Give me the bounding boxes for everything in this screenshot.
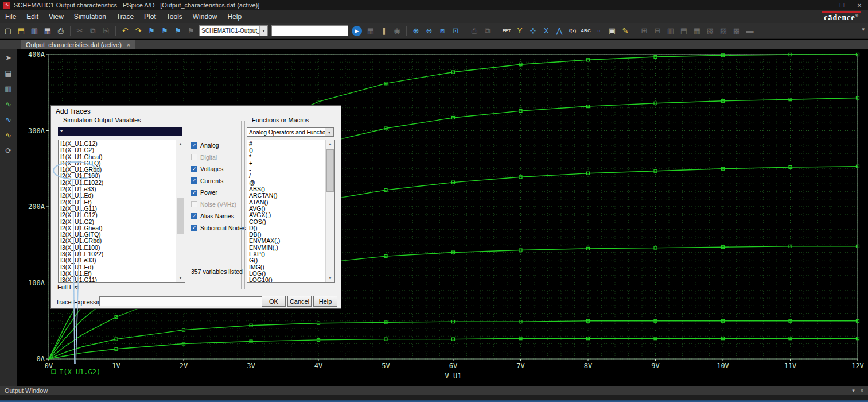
save-results[interactable]: ▦ xyxy=(364,25,377,37)
function-item[interactable]: / xyxy=(247,173,326,179)
scroll-up-icon[interactable]: ▲ xyxy=(326,140,334,148)
ok-button[interactable]: OK xyxy=(262,296,286,307)
scrollbar-thumb[interactable] xyxy=(326,149,334,192)
checkbox[interactable] xyxy=(191,190,197,196)
functions-scrollbar[interactable]: ▲ ▼ xyxy=(325,140,334,282)
cancel-button[interactable]: Cancel xyxy=(287,296,312,307)
pointer[interactable]: ➤ xyxy=(2,51,15,64)
power-marker[interactable]: ⚑ xyxy=(185,25,197,37)
simulation-profile-combo[interactable]: SCHEMATIC1-Output_chara ▼ xyxy=(199,25,268,36)
fft[interactable]: FFT xyxy=(500,25,513,37)
close-icon[interactable]: × xyxy=(861,388,863,393)
chevron-down-icon[interactable]: ▼ xyxy=(325,128,333,136)
function-item[interactable]: LOG10() xyxy=(247,277,326,282)
variable-item[interactable]: I2(X_U1.Ed) xyxy=(59,192,176,199)
voltage-diff-marker[interactable]: ⚑ xyxy=(158,25,171,37)
full-list-label[interactable]: Full List xyxy=(57,284,79,291)
menu-item[interactable]: Trace xyxy=(111,10,139,23)
pause-simulation[interactable]: ∥ xyxy=(377,25,390,37)
toolbar-overflow-icon[interactable]: ▾ xyxy=(862,26,865,32)
append-file[interactable]: ▥ xyxy=(28,25,41,37)
unsync-plot[interactable]: ▦ xyxy=(691,25,703,37)
label-text[interactable]: ABC xyxy=(579,25,592,37)
output-file[interactable]: ▥ xyxy=(2,82,15,95)
eval-function[interactable]: f(x) xyxy=(566,25,579,37)
variable-item[interactable]: I3(X_U1.e33) xyxy=(59,257,176,264)
collapse-icon[interactable]: ▾ xyxy=(852,388,855,393)
cursor-x[interactable]: X xyxy=(540,25,552,37)
copy-plot[interactable]: ⧉ xyxy=(481,25,494,37)
variable-filter-input[interactable]: * xyxy=(58,127,182,136)
checkbox[interactable] xyxy=(191,154,197,160)
delete-plot[interactable]: ⊟ xyxy=(651,25,664,37)
cut[interactable]: ✂ xyxy=(73,25,86,37)
tab-close-icon[interactable]: × xyxy=(127,42,130,48)
scroll-up-icon[interactable]: ▲ xyxy=(176,140,185,148)
checkbox-row[interactable]: Analog xyxy=(191,142,240,149)
function-item[interactable]: AVGX(,) xyxy=(247,212,326,218)
current-marker[interactable]: ⚑ xyxy=(172,25,184,37)
function-item[interactable]: ARCTAN() xyxy=(247,192,326,199)
checkbox-row[interactable]: Noise (V²/Hz) xyxy=(191,201,240,208)
checkbox-row[interactable]: Digital xyxy=(191,154,240,161)
function-item[interactable]: * xyxy=(247,154,326,160)
scroll-down-icon[interactable]: ▼ xyxy=(176,274,185,282)
zoom-out[interactable]: ⊖ xyxy=(423,25,435,37)
print[interactable]: ⎙ xyxy=(55,25,67,37)
view-toolbar[interactable]: ▬ xyxy=(744,25,756,37)
variable-item[interactable]: I1(X_U1.G2) xyxy=(59,147,176,153)
cursor-toggle[interactable]: ⊹ xyxy=(527,25,539,37)
copy[interactable]: ⧉ xyxy=(87,25,99,37)
scroll-down-icon[interactable]: ▼ xyxy=(326,274,334,282)
menu-item[interactable]: Plot xyxy=(139,10,161,23)
waveform-yellow[interactable]: ∿ xyxy=(2,129,15,141)
function-item[interactable]: EXP() xyxy=(247,251,326,257)
variable-item[interactable]: I2(X_U1.G12) xyxy=(59,212,176,218)
mark-data-points[interactable]: ▫ xyxy=(593,25,605,37)
menu-item[interactable]: Help xyxy=(222,10,247,23)
function-item[interactable]: COS() xyxy=(247,219,326,225)
open-file[interactable]: ▤ xyxy=(15,25,28,37)
undo[interactable]: ↶ xyxy=(119,25,131,37)
function-item[interactable]: () xyxy=(247,147,326,153)
menu-item[interactable]: Simulation xyxy=(69,10,111,23)
variable-item[interactable]: I3(X_U1.G11) xyxy=(59,277,176,282)
zoom-in[interactable]: ⊕ xyxy=(410,25,422,37)
redo[interactable]: ↷ xyxy=(132,25,145,37)
function-item[interactable]: - xyxy=(247,167,326,173)
circuit-file[interactable]: ▤ xyxy=(2,67,15,79)
waveform-green[interactable]: ∿ xyxy=(2,98,15,110)
digital-size[interactable]: ▧ xyxy=(704,25,717,37)
select-plot[interactable]: ▣ xyxy=(606,25,618,37)
checkbox[interactable] xyxy=(191,177,197,184)
checkbox-row[interactable]: Alias Names xyxy=(191,212,240,219)
cursor-peak[interactable]: ⋀ xyxy=(553,25,566,37)
menu-item[interactable]: Window xyxy=(188,10,223,23)
checkbox[interactable] xyxy=(191,166,197,172)
voltage-marker[interactable]: ⚑ xyxy=(145,25,158,37)
functions-category-combo[interactable]: Analog Operators and Functions ▼ xyxy=(247,127,334,137)
menu-item[interactable]: File xyxy=(0,10,21,23)
checkbox[interactable] xyxy=(191,213,197,219)
tile-windows[interactable]: ▨ xyxy=(717,25,730,37)
cascade-windows[interactable]: ▩ xyxy=(730,25,743,37)
checkbox[interactable] xyxy=(191,225,197,231)
chevron-down-icon[interactable]: ▼ xyxy=(259,26,267,36)
menu-item[interactable]: Edit xyxy=(21,10,44,23)
checkbox[interactable] xyxy=(191,201,197,207)
print-plot[interactable]: ⎙ xyxy=(468,25,481,37)
checkbox-row[interactable]: Subcircuit Nodes xyxy=(191,225,240,231)
zoom-area[interactable]: ⧈ xyxy=(436,25,449,37)
help-button[interactable]: Help xyxy=(313,296,337,307)
new-file[interactable]: ▢ xyxy=(2,25,14,37)
maximize[interactable]: ❐ xyxy=(834,0,851,10)
zoom-fit[interactable]: ⊡ xyxy=(449,25,462,37)
trace-expression-input[interactable] xyxy=(99,296,266,306)
run-simulation[interactable]: ▶ xyxy=(352,26,362,36)
add-y-axis[interactable]: ▥ xyxy=(664,25,677,37)
functions-listbox[interactable]: #()*+-/@ABS()ARCTAN()ATAN()AVG()AVGX(,)C… xyxy=(247,140,335,283)
waveform-blue[interactable]: ∿ xyxy=(2,113,15,126)
refresh-plot[interactable]: ⟳ xyxy=(2,144,15,157)
output-window-header[interactable]: Output Window ▾ × xyxy=(0,386,868,395)
scrollbar-thumb[interactable] xyxy=(177,198,184,234)
